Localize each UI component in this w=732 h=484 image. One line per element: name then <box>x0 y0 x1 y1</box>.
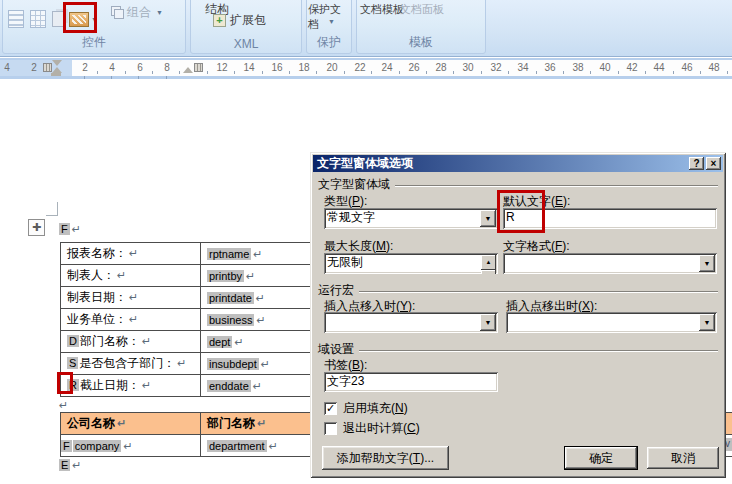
ok-button[interactable]: 确定 <box>565 447 637 469</box>
type-combobox[interactable]: 常规文字 ▼ <box>324 208 498 229</box>
help-icon[interactable]: ? <box>689 157 704 170</box>
form-field[interactable]: enddate <box>207 380 251 392</box>
row-label: 截止日期： <box>80 378 140 392</box>
cancel-button[interactable]: 取消 <box>647 447 719 469</box>
form-field[interactable]: insubdept <box>207 358 259 370</box>
exit-macro-combobox[interactable]: ▼ <box>506 312 717 333</box>
document-template-button[interactable]: 文档模板 <box>360 2 404 17</box>
form-field-E[interactable]: E <box>59 459 70 471</box>
label-cell[interactable]: D部门名称：↵ <box>61 331 201 353</box>
max-length-spinner[interactable]: 无限制 ▲ ▼ <box>324 253 498 274</box>
word-window: ▼ 属性 组合 ▼ 控件 结构 + 扩展包 XML <box>0 0 732 484</box>
close-icon[interactable]: × <box>706 157 721 170</box>
ruler-number: 4 <box>4 62 10 73</box>
form-field[interactable]: rptname <box>207 248 251 260</box>
form-field-F[interactable]: F <box>59 223 70 235</box>
table-row: 制表日期：↵ printdate↵ <box>61 287 313 309</box>
field-cell[interactable]: printdate↵ <box>201 287 313 309</box>
empty-paragraph: ↵ <box>59 398 68 412</box>
paragraph-mark: ↵ <box>253 248 262 260</box>
callout-legacy-tools <box>63 2 97 33</box>
table-row: S是否包含子部门：↵ insubdept↵ <box>61 353 313 375</box>
max-length-value: 无限制 <box>327 255 363 269</box>
right-indent-marker[interactable] <box>183 67 193 73</box>
label-cell[interactable]: 业务单位：↵ <box>61 309 201 331</box>
paragraph-mark: ↵ <box>129 313 138 325</box>
chevron-down-icon: ▼ <box>156 9 163 16</box>
spinner-buttons[interactable]: ▲ ▼ <box>481 255 496 272</box>
chevron-down-icon[interactable]: ▼ <box>699 314 715 331</box>
label-cell[interactable]: 制表人：↵ <box>61 265 201 287</box>
form-field-prefix[interactable]: S <box>67 357 78 369</box>
controls-group-label: 控件 <box>3 34 185 51</box>
field-cell[interactable]: printby↵ <box>201 265 313 287</box>
expansion-pack-label: 扩展包 <box>230 12 266 29</box>
form-field[interactable]: dept <box>207 336 232 348</box>
table-row: 制表人：↵ printby↵ <box>61 265 313 287</box>
chevron-down-icon[interactable]: ▼ <box>328 18 335 25</box>
divider <box>395 185 718 187</box>
left-indent-marker[interactable] <box>51 73 61 76</box>
form-field[interactable]: business <box>207 314 254 326</box>
calc-on-exit-row: 退出时计算(C) <box>324 420 420 437</box>
field-cell[interactable]: dept↵ <box>201 331 313 353</box>
header-cell[interactable]: 公司名称↵ <box>61 413 201 435</box>
field-cell[interactable]: insubdept↵ <box>201 353 313 375</box>
paragraph-mark: ↵ <box>142 379 151 391</box>
form-field[interactable]: department <box>207 440 267 452</box>
group-run-macro: 运行宏 <box>318 282 718 299</box>
bookmark-value: 文字23 <box>327 374 364 388</box>
form-field[interactable]: company <box>73 440 122 452</box>
paragraph-mark: ↵ <box>59 399 68 411</box>
field-cell[interactable]: business↵ <box>201 309 313 331</box>
form-field[interactable]: printdate <box>207 292 254 304</box>
type-value: 常规文字 <box>327 210 375 224</box>
table-row: 业务单位：↵ business↵ <box>61 309 313 331</box>
expansion-pack-button[interactable]: + 扩展包 <box>213 12 266 29</box>
ruler-number: 2 <box>31 62 37 73</box>
dropdown-list-control-button[interactable] <box>30 4 46 34</box>
table-column-marker[interactable] <box>194 63 203 72</box>
fillin-checkbox[interactable]: ✓ <box>324 402 337 415</box>
text-format-combobox[interactable]: ▼ <box>503 253 717 274</box>
divider <box>359 291 718 293</box>
paragraph-mark: ↵ <box>129 247 138 259</box>
label-cell[interactable]: R截止日期：↵ <box>61 375 201 397</box>
label-cell[interactable]: S是否包含子部门：↵ <box>61 353 201 375</box>
chevron-down-icon[interactable]: ▼ <box>480 210 496 227</box>
first-line-indent-marker[interactable] <box>52 60 62 66</box>
chevron-down-icon[interactable]: ▼ <box>480 314 496 331</box>
form-field[interactable]: printby <box>207 270 244 282</box>
protect-document-button[interactable]: 保护文档 <box>308 2 351 32</box>
field-cell[interactable]: Fcompany↵ <box>61 435 201 457</box>
paragraph-mark: ↵ <box>123 440 132 452</box>
paragraph-mark: ↵ <box>72 223 81 235</box>
table-column-marker[interactable] <box>43 63 52 72</box>
entry-macro-combobox[interactable]: ▼ <box>324 312 498 333</box>
calc-on-exit-checkbox[interactable] <box>324 422 337 435</box>
chevron-down-icon[interactable]: ▼ <box>699 255 715 272</box>
bookmark-input[interactable]: 文字23 <box>324 372 498 392</box>
paragraph-mark: ↵ <box>234 336 243 348</box>
ribbon-developer-strip: ▼ 属性 组合 ▼ 控件 结构 + 扩展包 XML <box>0 0 732 57</box>
form-field-sliver: v <box>725 438 732 451</box>
field-cell[interactable]: enddate↵ <box>201 375 313 397</box>
field-cell[interactable]: rptname↵ <box>201 243 313 265</box>
text-boundary-mark <box>57 202 58 216</box>
label-cell[interactable]: 制表日期：↵ <box>61 287 201 309</box>
combo-box-control-button[interactable] <box>8 4 24 34</box>
group-button[interactable]: 组合 ▼ <box>111 3 185 21</box>
table-move-handle[interactable]: ✚ <box>28 219 45 236</box>
paragraph-mark: ↵ <box>256 292 265 304</box>
move-icon: ✚ <box>32 221 41 234</box>
header-label: 部门名称 <box>207 416 255 430</box>
ok-button-ring: 确定 <box>564 446 638 470</box>
add-help-text-button[interactable]: 添加帮助文字(T)... <box>322 446 449 470</box>
paragraph-mark: ↵ <box>129 291 138 303</box>
paragraph-mark: ↵ <box>253 380 262 392</box>
form-field-prefix[interactable]: F <box>61 440 72 452</box>
form-field-prefix[interactable]: D <box>67 335 79 347</box>
table-row: 报表名称：↵ rptname↵ <box>61 243 313 265</box>
label-cell[interactable]: 报表名称：↵ <box>61 243 201 265</box>
protect-group-label: 保护 <box>307 34 351 51</box>
